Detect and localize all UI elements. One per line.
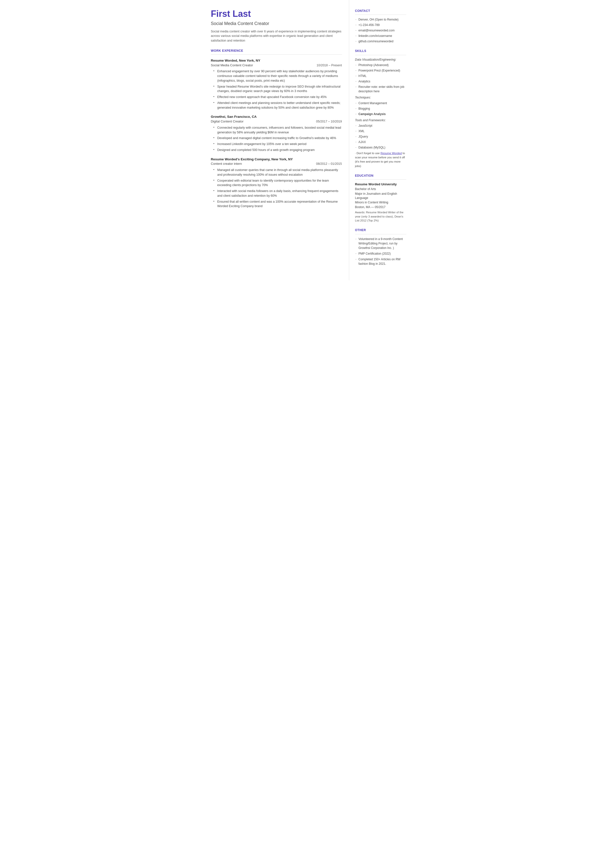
work-experience-section: Resume Worded, New York, NY Social Media… (211, 58, 342, 209)
role-date-row-2: Digital Content Creator 05/2017 – 10/201… (211, 119, 342, 124)
skills-tech-2: Campaign Analysis (355, 112, 406, 116)
bullet-2-1: Developed and managed digital content in… (213, 136, 342, 141)
other-item-0: Volunteered in a 9-month Content Writing… (355, 237, 406, 250)
bullet-3-0: Managed all customer queries that came i… (213, 168, 342, 177)
skills-techniques-title: Techniques: (355, 96, 406, 100)
skills-dv-0: Photoshop (Advanced) (355, 63, 406, 67)
job-title: Social Media Content Creator (211, 20, 342, 27)
bullet-2-3: Designed and completed 500 hours of a we… (213, 148, 342, 152)
bullets-2: Connected regularly with consumers, infl… (211, 126, 342, 152)
company-block-3: Resume Worded's Exciting Company, New Yo… (211, 157, 342, 209)
skills-tools-4: Databases (MySQL) (355, 145, 406, 150)
skills-tools-0: JavaScript (355, 123, 406, 128)
skills-dv-4: Recruiter note: enter skills from job de… (355, 85, 406, 93)
bullet-1-3: Attended client meetings and planning se… (213, 101, 342, 110)
skills-section: SKILLS Data Visualization/Engineering: P… (355, 49, 406, 168)
contact-heading: CONTACT (355, 9, 406, 13)
bullet-1-2: Effected new content approach that upsca… (213, 95, 342, 99)
bullet-3-1: Cooperated with editorial team to identi… (213, 179, 342, 188)
skills-divider (355, 55, 406, 55)
bullet-3-3: Ensured that all written content and was… (213, 199, 342, 209)
skills-dv-3: Analytics (355, 79, 406, 84)
other-item-2: Completed 150+ Articles on RW fashion Bl… (355, 257, 406, 266)
skills-tools-3: AJAX (355, 140, 406, 144)
edu-degree: Bachelor of Arts (355, 187, 406, 191)
education-divider (355, 179, 406, 180)
edu-location-date: Boston, MA — 05/2017 (355, 205, 406, 209)
skills-tech-2-bold: Campaign Analysis (358, 112, 386, 116)
date-range-2: 05/2017 – 10/2019 (316, 119, 342, 124)
skills-tech-0: Content Management (355, 101, 406, 106)
role-title-1: Social Media Content Creator (211, 63, 253, 68)
bullet-3-2: Interacted with social media followers o… (213, 189, 342, 198)
role-title-2: Digital Content Creator (211, 119, 243, 124)
bullet-2-2: Increased LinkedIn engagement by 105% ov… (213, 142, 342, 146)
resume-page: First Last Social Media Content Creator … (202, 0, 412, 280)
edu-minor: Minors in Content Writing (355, 200, 406, 205)
candidate-name: First Last (211, 9, 342, 19)
skills-tech-1: Blogging (355, 106, 406, 111)
skills-tools-list: JavaScript XML JQuery AJAX Databases (My… (355, 123, 406, 150)
skills-dv-1: Powerpoint Prezi (Experienced) (355, 68, 406, 73)
company-name-3: Resume Worded's Exciting Company, New Yo… (211, 157, 342, 162)
other-section: OTHER Volunteered in a 9-month Content W… (355, 228, 406, 266)
resume-worded-link[interactable]: Resume Worded (381, 152, 402, 155)
contact-item-4: github.com/resumeworded (355, 39, 406, 43)
skills-tools-title: Tools and Frameworks: (355, 118, 406, 123)
edu-school: Resume Worded University (355, 182, 406, 187)
role-title-3: Content creator intern (211, 161, 242, 166)
contact-list: Denver, OH (Open to Remote) +1-234-456-7… (355, 17, 406, 43)
role-date-row-1: Social Media Content Creator 10/2018 – P… (211, 63, 342, 68)
bullets-3: Managed all customer queries that came i… (211, 168, 342, 209)
bullet-1-1: Spear headed Resume Worded's site redesi… (213, 84, 342, 94)
contact-item-1: +1-234-456-789 (355, 23, 406, 27)
other-divider (355, 234, 406, 234)
contact-section: CONTACT Denver, OH (Open to Remote) +1-2… (355, 9, 406, 43)
summary-text: Social media content creator with over 6… (211, 29, 342, 43)
edu-major: Major in Journalism and English Language (355, 192, 406, 200)
skills-techniques-list: Content Management Blogging Campaign Ana… (355, 101, 406, 116)
skills-tools-1: XML (355, 129, 406, 134)
company-block-1: Resume Worded, New York, NY Social Media… (211, 58, 342, 110)
skills-tools-2: JQuery (355, 134, 406, 139)
company-name-1: Resume Worded, New York, NY (211, 58, 342, 63)
work-experience-heading: WORK EXPERIENCE (211, 48, 342, 53)
bullet-1-0: Enhanced engagement by over 90 percent w… (213, 69, 342, 83)
right-column: CONTACT Denver, OH (Open to Remote) +1-2… (349, 0, 412, 280)
edu-awards: Awards: Resume Worded Writer of the year… (355, 210, 406, 223)
other-heading: OTHER (355, 228, 406, 232)
bullets-1: Enhanced engagement by over 90 percent w… (211, 69, 342, 110)
other-item-1: PMP Certification (2022) (355, 252, 406, 256)
company-block-2: Growthsi, San Francisco, CA Digital Cont… (211, 114, 342, 152)
company-name-2: Growthsi, San Francisco, CA (211, 114, 342, 119)
bullet-2-0: Connected regularly with consumers, infl… (213, 126, 342, 135)
contact-item-2: email@resumeworded.com (355, 28, 406, 33)
role-date-row-3: Content creator intern 08/2012 – 01/2015 (211, 161, 342, 166)
contact-item-0: Denver, OH (Open to Remote) (355, 17, 406, 22)
education-section: EDUCATION Resume Worded University Bache… (355, 174, 406, 223)
left-column: First Last Social Media Content Creator … (202, 0, 349, 280)
education-heading: EDUCATION (355, 174, 406, 178)
contact-item-3: linkedin.com/in/username (355, 34, 406, 38)
date-range-1: 10/2018 – Present (316, 63, 342, 68)
skills-dataviz-list: Photoshop (Advanced) Powerpoint Prezi (E… (355, 63, 406, 93)
other-list: Volunteered in a 9-month Content Writing… (355, 237, 406, 266)
skills-dataviz-title: Data Visualization/Engineering: (355, 57, 406, 62)
skills-rw-note: · Don't forget to use Resume Worded to s… (355, 151, 406, 168)
skills-dv-2: HTML (355, 74, 406, 78)
date-range-3: 08/2012 – 01/2015 (316, 161, 342, 166)
skills-heading: SKILLS (355, 49, 406, 53)
work-divider (211, 54, 342, 55)
